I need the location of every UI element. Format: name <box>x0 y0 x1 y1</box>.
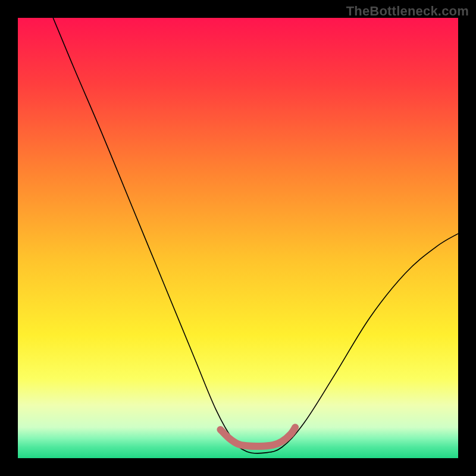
plot-area <box>18 18 458 458</box>
watermark-text: TheBottleneck.com <box>346 4 469 19</box>
heat-gradient-background <box>18 18 458 458</box>
bottleneck-chart <box>18 18 458 458</box>
chart-frame: TheBottleneck.com <box>0 0 476 476</box>
